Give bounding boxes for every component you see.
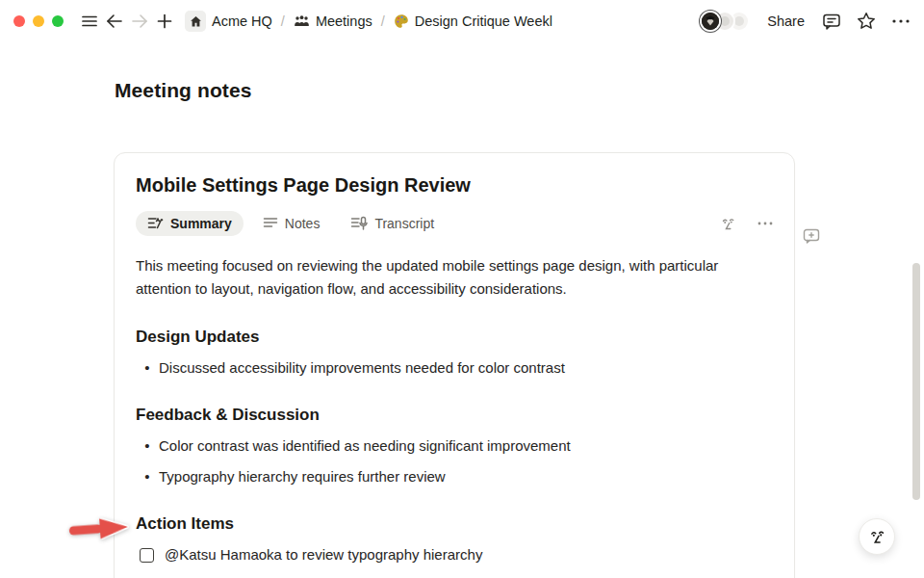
ellipsis-icon	[757, 222, 773, 225]
tab-notes[interactable]: Notes	[251, 211, 332, 236]
comment-icon	[822, 13, 841, 31]
add-comment-button[interactable]	[803, 228, 820, 249]
breadcrumb: Acme HQ / Meetings / Design Critique Wee…	[181, 9, 556, 34]
page-content: Meeting notes Mobile Settings Page Desig…	[0, 79, 924, 578]
section-heading-action-items: Action Items	[136, 514, 773, 534]
tab-label: Transcript	[374, 216, 434, 231]
viewer-avatars[interactable]	[700, 11, 750, 32]
breadcrumb-item-acme-hq[interactable]: Acme HQ	[181, 9, 276, 34]
tab-label: Summary	[170, 216, 232, 231]
share-button[interactable]: Share	[765, 12, 807, 31]
comments-button[interactable]	[822, 13, 841, 31]
comment-plus-icon	[803, 228, 820, 245]
list-item-text: Typography hierarchy requires further re…	[159, 466, 446, 487]
breadcrumb-label: Meetings	[316, 13, 372, 29]
notes-icon	[263, 217, 278, 230]
new-tab-button[interactable]	[152, 9, 177, 34]
tab-label: Notes	[285, 216, 321, 231]
minimize-window-button[interactable]	[33, 15, 44, 27]
annotation-arrow-icon	[62, 507, 134, 556]
list-item: • Color contrast was identified as needi…	[136, 435, 773, 457]
sidebar-menu-button[interactable]	[77, 9, 102, 34]
ai-assistant-button[interactable]	[859, 518, 895, 555]
meeting-summary-text: This meeting focused on reviewing the up…	[136, 254, 777, 301]
scrollbar-thumb[interactable]	[912, 263, 920, 500]
palette-icon	[394, 13, 409, 29]
window-controls	[13, 15, 64, 27]
ai-face-icon	[868, 528, 886, 546]
ai-summary-icon[interactable]	[720, 216, 736, 232]
people-icon	[294, 14, 310, 28]
todo-checkbox[interactable]	[140, 548, 154, 563]
breadcrumb-item-meetings[interactable]: Meetings	[290, 12, 376, 31]
section-heading-design-updates: Design Updates	[136, 328, 773, 347]
plus-icon	[157, 13, 172, 29]
close-window-button[interactable]	[13, 15, 25, 27]
page-title: Meeting notes	[115, 79, 924, 102]
arrow-right-icon	[130, 13, 149, 29]
list-item-text: Discussed accessibility improvements nee…	[159, 357, 565, 379]
breadcrumb-label: Acme HQ	[212, 13, 272, 29]
card-more-button[interactable]	[757, 222, 773, 225]
avatar	[700, 11, 721, 32]
summary-icon	[147, 216, 164, 231]
tab-summary[interactable]: Summary	[136, 211, 244, 236]
top-bar: Acme HQ / Meetings / Design Critique Wee…	[0, 0, 924, 42]
list-item-text: Color contrast was identified as needing…	[159, 435, 571, 457]
tab-transcript[interactable]: Transcript	[339, 211, 446, 236]
zoom-window-button[interactable]	[52, 15, 64, 27]
list-item: • Typography hierarchy requires further …	[136, 466, 773, 487]
home-icon	[185, 11, 206, 32]
breadcrumb-item-design-critique[interactable]: Design Critique Weekl	[390, 12, 556, 31]
bullet-icon: •	[136, 435, 159, 457]
hamburger-icon	[81, 13, 98, 30]
more-options-button[interactable]	[891, 18, 911, 24]
transcript-icon	[350, 216, 368, 231]
breadcrumb-separator: /	[381, 13, 385, 29]
breadcrumb-separator: /	[281, 13, 285, 29]
todo-item: @Katsu Hamaoka to review typography hier…	[136, 544, 773, 565]
bullet-icon: •	[136, 357, 159, 379]
meeting-tabs: Summary Notes Transcript	[136, 211, 773, 236]
star-icon	[857, 12, 876, 31]
forward-button[interactable]	[127, 9, 152, 34]
arrow-left-icon	[105, 13, 124, 29]
meeting-card: Mobile Settings Page Design Review Summa…	[114, 152, 795, 578]
favorite-button[interactable]	[857, 12, 876, 31]
breadcrumb-label: Design Critique Weekl	[415, 13, 552, 29]
section-heading-feedback: Feedback & Discussion	[136, 406, 773, 425]
meeting-title: Mobile Settings Page Design Review	[136, 174, 773, 197]
back-button[interactable]	[102, 9, 127, 34]
bullet-icon: •	[136, 466, 159, 487]
todo-label: @Katsu Hamaoka to review typography hier…	[165, 544, 482, 565]
list-item: • Discussed accessibility improvements n…	[136, 357, 773, 379]
ellipsis-icon	[891, 18, 911, 24]
